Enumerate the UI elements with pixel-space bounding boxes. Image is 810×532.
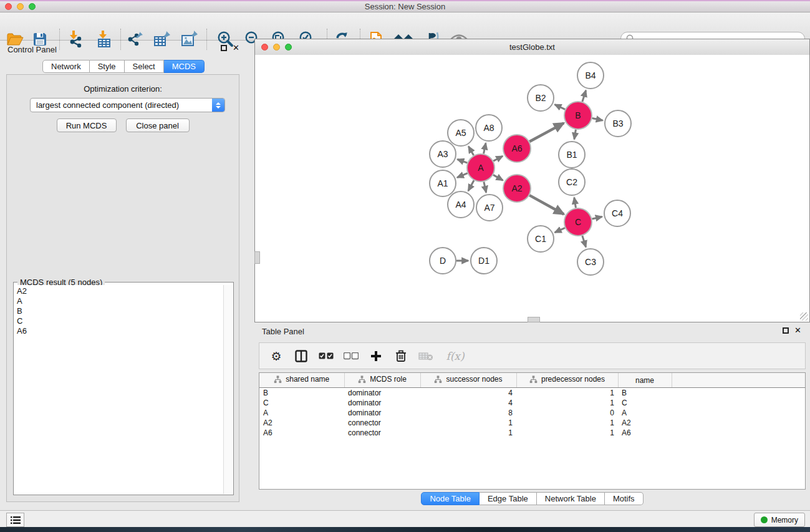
graph-edge-A-A3[interactable] <box>458 159 468 163</box>
float-table-panel-icon[interactable] <box>783 327 789 334</box>
delete-table-icon[interactable] <box>418 348 434 364</box>
graph-node-A8[interactable]: A8 <box>476 115 502 141</box>
table-cell-shared_name[interactable]: A6 <box>259 428 344 438</box>
graph-edge-A-A7[interactable] <box>484 181 486 192</box>
table-cell-predecessor_nodes[interactable]: 1 <box>516 428 618 438</box>
column-header-name[interactable]: name <box>618 373 672 388</box>
graph-edge-A2-C[interactable] <box>529 195 564 214</box>
graph-node-C1[interactable]: C1 <box>528 226 554 252</box>
table-cell-predecessor_nodes[interactable]: 1 <box>516 388 618 399</box>
run-mcds-button[interactable]: Run MCDS <box>57 118 117 132</box>
network-canvas[interactable]: B4B2BB3A5A8A6B1A3AC2A1A2A4A7C4CC1C3DD1 <box>255 55 809 322</box>
function-builder-icon[interactable]: f(x) <box>443 348 468 364</box>
close-table-panel-icon[interactable]: ✕ <box>794 327 801 334</box>
table-cell-shared_name[interactable]: A2 <box>259 418 344 428</box>
mcds-result-item[interactable]: A6 <box>17 326 221 336</box>
graph-edge-A-A1[interactable] <box>457 173 468 178</box>
canvas-vertical-scroll-handle[interactable] <box>254 251 260 264</box>
table-cell-successor_nodes[interactable]: 8 <box>420 408 516 418</box>
task-history-button[interactable] <box>6 513 24 527</box>
table-cell-mcds_role[interactable]: connector <box>344 428 420 438</box>
split-columns-icon[interactable] <box>293 348 309 364</box>
graph-node-D[interactable]: D <box>430 248 456 274</box>
graph-edge-C-C1[interactable] <box>555 228 565 232</box>
graph-node-B2[interactable]: B2 <box>528 85 554 111</box>
table-cell-mcds_role[interactable]: dominator <box>344 408 420 418</box>
graph-edge-C-C3[interactable] <box>582 236 586 247</box>
table-cell-mcds_role[interactable]: dominator <box>344 388 420 399</box>
graph-edge-A-A5[interactable] <box>468 147 473 155</box>
column-header-mcds-role[interactable]: MCDS role <box>344 373 420 388</box>
graph-node-A6[interactable]: A6 <box>503 135 531 162</box>
mcds-result-item[interactable]: A <box>17 296 221 306</box>
table-cell-name[interactable]: C <box>618 398 672 408</box>
table-row[interactable]: Cdominator41C <box>259 398 805 408</box>
graph-node-A7[interactable]: A7 <box>476 195 503 221</box>
settings-gear-icon[interactable]: ⚙ <box>268 348 284 364</box>
mcds-result-item[interactable]: B <box>17 306 221 316</box>
table-cell-mcds_role[interactable]: connector <box>344 418 420 428</box>
graph-edge-B-B3[interactable] <box>592 118 603 120</box>
table-cell-predecessor_nodes[interactable]: 1 <box>516 418 618 428</box>
tab-node-table[interactable]: Node Table <box>421 492 480 505</box>
memory-button[interactable]: Memory <box>754 513 805 527</box>
graph-node-C2[interactable]: C2 <box>559 169 585 195</box>
mcds-result-item[interactable]: A2 <box>17 286 221 296</box>
select-all-checkboxes-icon[interactable] <box>318 348 334 364</box>
canvas-horizontal-scroll-handle[interactable] <box>528 317 540 322</box>
graph-edge-B-B1[interactable] <box>574 130 576 140</box>
graph-node-C4[interactable]: C4 <box>604 200 630 226</box>
graph-edge-B-B4[interactable] <box>582 90 586 102</box>
table-cell-mcds_role[interactable]: dominator <box>344 398 420 408</box>
graph-edge-A-A2[interactable] <box>493 175 503 180</box>
mcds-result-scrollbar[interactable] <box>223 285 233 494</box>
column-header-successor-nodes[interactable]: successor nodes <box>420 373 516 388</box>
graph-edge-A-A6[interactable] <box>493 156 503 161</box>
graph-edge-B-B2[interactable] <box>555 105 566 110</box>
graph-edge-A-A4[interactable] <box>468 180 474 191</box>
table-cell-successor_nodes[interactable]: 4 <box>420 388 516 399</box>
table-row[interactable]: Bdominator41B <box>259 388 805 399</box>
table-cell-name[interactable]: B <box>618 388 672 399</box>
close-panel-button[interactable]: Close panel <box>126 118 190 132</box>
network-graph[interactable]: B4B2BB3A5A8A6B1A3AC2A1A2A4A7C4CC1C3DD1 <box>255 55 809 322</box>
table-cell-name[interactable]: A <box>618 408 672 418</box>
table-row[interactable]: A6connector11A6 <box>259 428 805 438</box>
graph-node-A[interactable]: A <box>467 154 494 181</box>
table-cell-name[interactable]: A2 <box>618 418 672 428</box>
tab-network-table[interactable]: Network Table <box>537 492 605 505</box>
column-header-shared-name[interactable]: shared name <box>259 373 344 388</box>
tab-edge-table[interactable]: Edge Table <box>480 492 537 505</box>
float-panel-icon[interactable] <box>221 45 227 51</box>
graph-node-A2[interactable]: A2 <box>503 175 531 202</box>
graph-edge-A-A8[interactable] <box>484 143 486 153</box>
table-cell-name[interactable]: A6 <box>618 428 672 438</box>
tab-mcds[interactable]: MCDS <box>164 60 205 73</box>
table-row[interactable]: A2connector11A2 <box>259 418 805 428</box>
graph-node-B3[interactable]: B3 <box>605 110 631 137</box>
graph-node-D1[interactable]: D1 <box>471 248 497 274</box>
graph-node-B4[interactable]: B4 <box>577 62 604 89</box>
graph-edge-C-C4[interactable] <box>592 216 602 219</box>
criterion-dropdown[interactable]: largest connected component (directed) <box>30 98 225 112</box>
table-cell-shared_name[interactable]: A <box>259 408 344 418</box>
delete-column-trash-icon[interactable] <box>393 348 409 364</box>
table-cell-successor_nodes[interactable]: 1 <box>420 428 516 438</box>
table-cell-shared_name[interactable]: C <box>259 398 344 408</box>
graph-node-A1[interactable]: A1 <box>430 170 456 196</box>
tab-motifs[interactable]: Motifs <box>605 492 644 505</box>
table-cell-successor_nodes[interactable]: 4 <box>420 398 516 408</box>
mcds-result-list[interactable]: A2ABCA6 <box>14 285 224 494</box>
tab-select[interactable]: Select <box>125 60 164 73</box>
tab-style[interactable]: Style <box>90 60 125 73</box>
graph-node-C[interactable]: C <box>564 208 592 236</box>
graph-edge-C-C2[interactable] <box>574 198 576 208</box>
close-panel-icon[interactable]: ✕ <box>233 45 239 51</box>
add-column-icon[interactable] <box>368 348 384 364</box>
graph-edge-A6-B[interactable] <box>529 123 564 142</box>
graph-node-A5[interactable]: A5 <box>448 120 474 146</box>
table-cell-shared_name[interactable]: B <box>259 388 344 399</box>
graph-node-C3[interactable]: C3 <box>577 249 604 275</box>
table-row[interactable]: Adominator80A <box>259 408 805 418</box>
tab-network[interactable]: Network <box>42 60 90 73</box>
